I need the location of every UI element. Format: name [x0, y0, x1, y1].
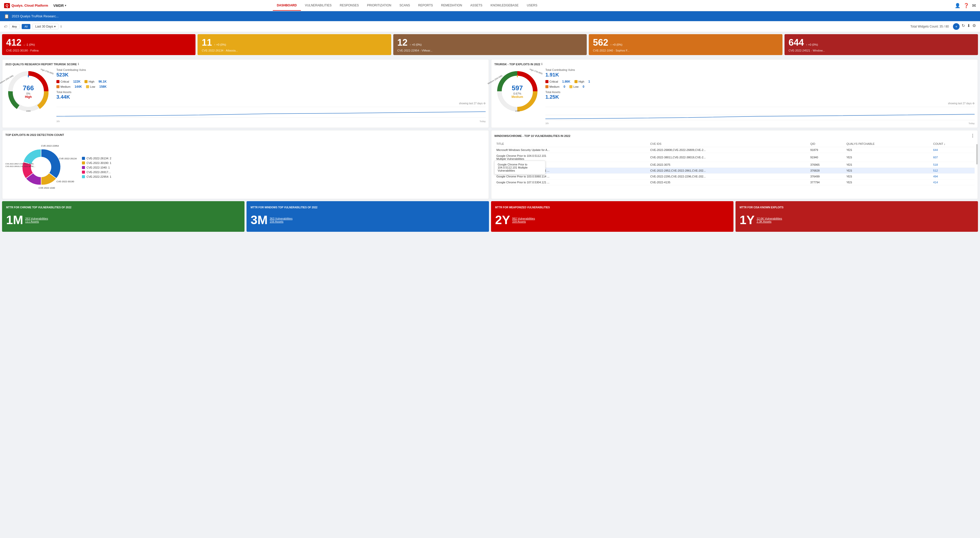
- cell-count[interactable]: 494: [931, 174, 975, 179]
- donut-label-cve30190: CVE-2022-30190: [56, 180, 74, 183]
- date-filter[interactable]: Last 30 Days ▾: [32, 24, 59, 29]
- refresh-icon[interactable]: ↻: [962, 23, 965, 30]
- top-total-vulns-label: Total Contributing Vulns: [546, 68, 975, 71]
- nav-scans[interactable]: SCANS: [395, 0, 414, 11]
- top-total-assets-value: 1.25K: [546, 94, 975, 100]
- cell-title: Google Chrome Prior to 103.0.5060.114 ..…: [494, 174, 648, 179]
- nav-reports[interactable]: REPORTS: [414, 0, 437, 11]
- mttr-weaponized-stats: 992 Vulnerabilities 339 Assets: [512, 217, 535, 223]
- cell-qid: 376965: [808, 162, 845, 168]
- legend-item-1: CVE-2022-30190: 1: [82, 161, 111, 165]
- table-row: CVE-2022-3075 376965 YES 518: [494, 162, 975, 168]
- module-selector[interactable]: VMDR ▾: [53, 3, 66, 8]
- top-gauge-center: 597 0.67% Medium: [511, 84, 523, 99]
- medium-value: 144K: [75, 85, 82, 89]
- nav-vulnerabilities[interactable]: VULNERABILITIES: [301, 0, 336, 11]
- cell-qid: 377794: [808, 179, 845, 186]
- mttr-windows-assets: 156 Assets: [270, 220, 293, 223]
- cell-count[interactable]: 518: [931, 162, 975, 168]
- stat-row-2: Medium 144K Low 158K: [56, 85, 486, 89]
- nav-prioritization[interactable]: PRIORITIZATION: [363, 0, 395, 11]
- cve-cards-row: 412 ↓ -1 (0%) CVE-2022-30190 - Follina 1…: [0, 32, 980, 57]
- low-value: 158K: [99, 85, 107, 89]
- nav-right-icons: 👤 ❓ ✉: [955, 3, 976, 8]
- trurisk-top-exploits-panel: TRURISK - TOP EXPLOITS IN 2022 ℹ 597: [491, 59, 978, 128]
- cve-card-3[interactable]: 562 ↑ +0 (0%) CVE-2022-1040 - Sophos F..…: [589, 34, 782, 55]
- banner-icon: 📋: [4, 14, 9, 19]
- nav-dashboard[interactable]: DASHBOARD: [273, 0, 301, 11]
- mttr-cisa-content: 1Y 12.6K Vulnerabilities 2.3K Assets: [740, 213, 974, 227]
- table-row: Google Chrome Prior to 104.0.5112.101 ..…: [494, 168, 975, 174]
- mttr-cisa-assets: 2.3K Assets: [757, 220, 782, 223]
- cell-cve: CVE-2022-2852,CVE-2022-2861,CVE-202...: [648, 168, 808, 174]
- panel-menu-icon[interactable]: ⋮: [970, 133, 975, 138]
- cve-card-4[interactable]: 644 ↑ +0 (0%) CVE-2022-24521 - Window...: [784, 34, 978, 55]
- gauge-center: 766 0% High: [23, 84, 34, 99]
- critical-color-dot: [56, 80, 59, 83]
- top-critical-dot: [546, 80, 549, 83]
- cve-card-2[interactable]: 12 ↑ +0 (0%) CVE-2022-22954 - VMwar...: [393, 34, 587, 55]
- mttr-windows-vulns: 363 Vulnerabilities: [270, 217, 293, 220]
- gauge-bottom-label: 1000: [26, 110, 30, 112]
- mail-icon[interactable]: ✉: [972, 3, 976, 8]
- download-icon[interactable]: ⬇: [967, 23, 970, 30]
- donut-label-cve1040: CVE-2022-1040: [38, 187, 55, 189]
- cell-patchable: YES: [845, 147, 931, 153]
- filter-any-button[interactable]: Any: [9, 24, 20, 29]
- filter-all-button[interactable]: All: [22, 24, 30, 29]
- donut-svg: CVE-2022-26134 CVE-2022-30190 CVE-2022-1…: [5, 139, 77, 195]
- mttr-chrome-stats: 263 Vulnerabilities 111 Assets: [25, 217, 48, 223]
- cell-count[interactable]: 512: [931, 168, 975, 174]
- trurisk-top-info-icon[interactable]: ℹ: [541, 62, 542, 66]
- medium-color-dot: [56, 85, 59, 88]
- nav-assets[interactable]: ASSETS: [466, 0, 487, 11]
- main-content: 2023 QUALYS RESEARCH REPORT TRURISK SCOR…: [0, 57, 980, 234]
- nav-users[interactable]: USERS: [523, 0, 541, 11]
- panels-row-2: TOP EXPLOITS IN 2022 DETECTION COUNT: [2, 130, 978, 199]
- top-gauge-level: Medium: [511, 95, 523, 99]
- cell-count[interactable]: 414: [931, 179, 975, 186]
- total-assets-label: Total Assets: [56, 90, 486, 94]
- medium-stat: Medium: [56, 85, 70, 89]
- gauge-level: High: [23, 95, 34, 99]
- cve-name-3: CVE-2022-1040 - Sophos F...: [593, 49, 778, 52]
- windows-chrome-panel: WINDOWS/CHROME - TOP 10 VULNERABILITIES …: [491, 130, 978, 199]
- sort-count-icon[interactable]: ↓: [944, 142, 945, 145]
- mttr-card-windows: MTTR FOR WINDOWS TOP VULNERABILITIES OF …: [247, 201, 489, 232]
- filter-info-icon[interactable]: ℹ: [60, 25, 62, 28]
- cell-count[interactable]: 644: [931, 147, 975, 153]
- top-exploits-title: TOP EXPLOITS IN 2022 DETECTION COUNT: [5, 133, 486, 136]
- settings-icon[interactable]: ⚙: [972, 23, 976, 30]
- top-gauge-bottom-label: 1000: [515, 110, 520, 112]
- gauge-section: 766 0% High High (700-899) Medium (500-6…: [5, 68, 486, 123]
- widgets-count: Total Widgets Count: 35 / 80: [910, 25, 949, 28]
- cve-change-0: ↓ -1 (0%): [24, 43, 35, 46]
- trurisk-info-icon[interactable]: ℹ: [78, 62, 79, 66]
- table-scrollbar[interactable]: [976, 144, 978, 165]
- cve-change-1: ↑ +0 (0%): [214, 43, 226, 46]
- col-title: TITLE: [494, 141, 648, 147]
- cve-card-1[interactable]: 11 ↑ +0 (0%) CVE-2022-26134 - Atlassia..…: [197, 34, 391, 55]
- user-icon[interactable]: 👤: [955, 3, 960, 8]
- nav-remediation[interactable]: REMEDIATION: [437, 0, 466, 11]
- cve-card-0[interactable]: 412 ↓ -1 (0%) CVE-2022-30190 - Follina: [2, 34, 196, 55]
- cell-patchable: YES: [845, 174, 931, 179]
- legend-item-4: CVE-2022-22954: 1: [82, 175, 111, 178]
- cve-number-2: 12: [397, 37, 407, 48]
- add-widget-button[interactable]: +: [953, 23, 959, 30]
- module-label: VMDR: [53, 3, 64, 8]
- trurisk-score-panel: 2023 QUALYS RESEARCH REPORT TRURISK SCOR…: [2, 59, 489, 128]
- trurisk-top-title: TRURISK - TOP EXPLOITS IN 2022 ℹ: [494, 62, 975, 66]
- top-exploits-panel: TOP EXPLOITS IN 2022 DETECTION COUNT: [2, 130, 489, 199]
- nav-responses[interactable]: RESPONSES: [336, 0, 363, 11]
- cell-count[interactable]: 607: [931, 153, 975, 162]
- help-icon[interactable]: ❓: [963, 3, 969, 8]
- tooltip-text: Google Chrome Prior to 104.0.5112.101 Mu…: [498, 163, 528, 172]
- cell-cve: CVE-2022-2295,CVE-2022-2296,CVE-202...: [648, 174, 808, 179]
- top-gauge-value: 597: [511, 84, 523, 92]
- nav-knowledgebase[interactable]: KNOWLEDGEBASE: [487, 0, 523, 11]
- total-vulns-value: 523K: [56, 72, 486, 78]
- mttr-weaponized-vulns: 992 Vulnerabilities: [512, 217, 535, 220]
- donut-container: CVE-2022-26134 CVE-2022-30190 CVE-2022-1…: [5, 139, 77, 196]
- legend-dot-0: [82, 157, 85, 160]
